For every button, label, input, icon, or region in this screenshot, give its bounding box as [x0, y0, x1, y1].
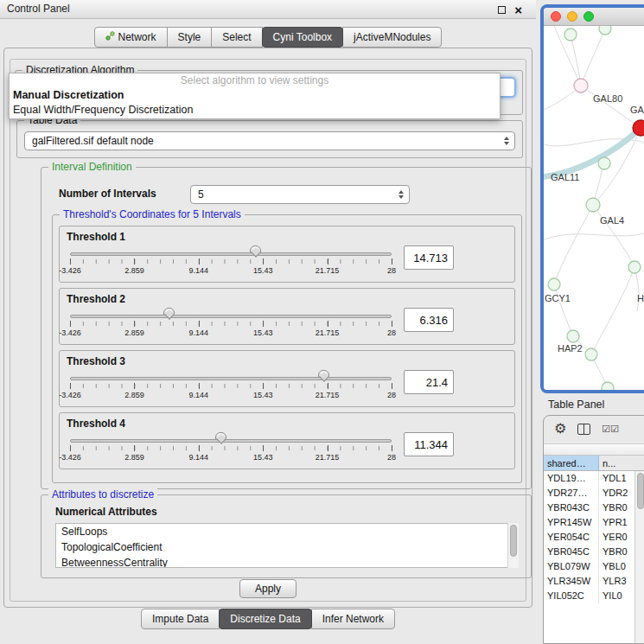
tab-label: jActiveMNodules — [354, 31, 430, 43]
table-cell[interactable]: YBR043C — [544, 501, 599, 515]
network-graph: GAL80 GA GAL11 GAL4 GCY1 H HAP2 — [544, 26, 644, 390]
table-cell[interactable]: YDL19… — [544, 471, 599, 486]
float-window-icon[interactable] — [498, 6, 506, 14]
threshold-value-input[interactable] — [404, 308, 454, 332]
table-cell[interactable]: YLR345W — [544, 574, 599, 589]
table-row[interactable]: YER054CYER0 — [544, 530, 644, 545]
table-body: YDL19…YDL1YDR27…YDR2YBR043CYBR0YPR145WYP… — [544, 471, 644, 603]
threshold-slider[interactable]: -3.4262.8599.14415.4321.71528 — [70, 369, 392, 402]
major-tick — [70, 258, 71, 265]
tab-select[interactable]: Select — [211, 27, 262, 48]
threshold-2-box: Threshold 2 -3.4262.8599.14415.4321.7152… — [59, 288, 515, 345]
numerical-attributes-list[interactable]: SelfLoopsTopologicalCoefficientBetweenne… — [55, 523, 519, 568]
threshold-value-input[interactable] — [404, 370, 454, 394]
network-node-hap2[interactable] — [567, 330, 579, 342]
tick-label: 28 — [387, 266, 396, 275]
table-data-combobox[interactable]: galFiltered.sif default node — [24, 131, 515, 150]
table-cell[interactable]: YPR145W — [544, 515, 599, 530]
scrollbar-thumb[interactable] — [510, 525, 517, 557]
threshold-value-input[interactable] — [404, 432, 454, 456]
list-scrollbar[interactable] — [507, 523, 519, 568]
table-row[interactable]: YPR145WYPR1 — [544, 515, 644, 530]
tab-impute-data[interactable]: Impute Data — [141, 609, 220, 629]
table-cell[interactable]: YBR045C — [544, 545, 599, 559]
network-node[interactable] — [599, 26, 611, 35]
network-node[interactable] — [564, 29, 577, 41]
slider-ruler — [70, 322, 392, 326]
select-columns-icon[interactable]: ☑☑ — [602, 424, 619, 435]
table-row[interactable]: YBL079WYBL0 — [544, 559, 644, 574]
apply-button[interactable]: Apply — [239, 579, 296, 598]
network-window-titlebar — [544, 8, 644, 26]
tab-discretize-data[interactable]: Discretize Data — [219, 609, 311, 629]
slider-track[interactable] — [70, 377, 392, 380]
dropdown-option-manual[interactable]: Manual Discretization — [10, 88, 500, 103]
zoom-traffic-light[interactable] — [583, 11, 594, 22]
columns-icon[interactable] — [577, 424, 590, 435]
slider-thumb[interactable] — [250, 245, 261, 253]
scrollbar-thumb[interactable] — [637, 473, 644, 509]
tick-label: 28 — [387, 391, 396, 399]
threshold-slider[interactable]: -3.4262.8599.14415.4321.71528 — [70, 307, 392, 340]
table-scrollbar[interactable] — [634, 471, 644, 643]
slider-track[interactable] — [70, 252, 392, 256]
major-tick — [328, 383, 328, 389]
table-cell[interactable]: YBL079W — [544, 559, 599, 574]
attribute-item[interactable]: SelfLoops — [56, 524, 518, 539]
tab-jactivemnodules[interactable]: jActiveMNodules — [342, 27, 442, 48]
tab-cyni-toolbox[interactable]: Cyni Toolbox — [262, 27, 343, 48]
network-canvas[interactable]: GAL80 GA GAL11 GAL4 GCY1 H HAP2 — [544, 26, 644, 390]
dropdown-option-equal-width[interactable]: Equal Width/Frequency Discretization — [10, 103, 500, 118]
table-row[interactable]: YDR27…YDR2 — [544, 486, 644, 501]
network-node-gal80[interactable] — [574, 79, 588, 92]
tab-style[interactable]: Style — [167, 27, 213, 48]
slider-thumb[interactable] — [163, 308, 175, 316]
column-header-name[interactable]: n... — [599, 456, 644, 470]
tab-network[interactable]: Network — [94, 27, 168, 48]
slider-track[interactable] — [70, 439, 392, 443]
threshold-slider[interactable]: -3.4262.8599.14415.4321.71528 — [70, 245, 392, 277]
slider-thumb[interactable] — [318, 370, 329, 378]
table-row[interactable]: YBR045CYBR0 — [544, 545, 644, 559]
threshold-slider[interactable]: -3.4262.8599.14415.4321.71528 — [70, 431, 392, 464]
tick-label: -3.426 — [59, 453, 81, 462]
table-cell[interactable]: YIL052C — [544, 589, 599, 603]
slider-ruler — [70, 259, 392, 264]
table-row[interactable]: YIL052CYIL0 — [544, 589, 644, 603]
major-tick — [134, 258, 135, 265]
gear-icon[interactable]: ⚙ — [554, 422, 566, 436]
tick-label: -3.426 — [59, 266, 81, 275]
table-cell[interactable]: YER054C — [544, 530, 599, 545]
network-node[interactable] — [628, 261, 641, 273]
control-panel-title: Control Panel — [7, 3, 70, 15]
minimize-traffic-light[interactable] — [567, 11, 577, 22]
network-node-selected-red[interactable] — [633, 120, 644, 136]
threshold-value-input[interactable] — [404, 245, 454, 270]
network-node-gal4[interactable] — [586, 198, 600, 212]
number-of-intervals-combobox[interactable]: 5 — [190, 185, 410, 204]
close-traffic-light[interactable] — [551, 11, 561, 22]
table-row[interactable]: YBR043CYBR0 — [544, 501, 644, 515]
node-label: GAL11 — [551, 172, 579, 182]
major-tick — [199, 258, 200, 265]
network-node[interactable] — [602, 382, 614, 390]
slider-track[interactable] — [70, 315, 392, 318]
tick-label: 15.43 — [253, 328, 273, 337]
attribute-item[interactable]: BetweennessCentrality — [56, 555, 518, 568]
network-node[interactable] — [585, 348, 597, 360]
table-row[interactable]: YDL19…YDL1 — [544, 471, 644, 486]
major-tick — [199, 445, 200, 451]
algorithm-dropdown-popup: Select algorithm to view settings Manual… — [9, 73, 501, 119]
table-cell[interactable]: YDR27… — [544, 486, 599, 501]
tab-infer-network[interactable]: Infer Network — [311, 609, 395, 629]
dropdown-placeholder: Select algorithm to view settings — [10, 73, 500, 88]
table-row[interactable]: YLR345WYLR3 — [544, 574, 644, 589]
column-header-shared-name[interactable]: shared… — [544, 456, 599, 470]
network-node-gal11[interactable] — [598, 157, 610, 169]
group-label: Interval Definition — [48, 161, 136, 173]
network-node-gcy1[interactable] — [548, 278, 560, 290]
close-icon[interactable]: × — [514, 3, 522, 16]
table-header: shared… n... — [544, 456, 644, 471]
attribute-item[interactable]: TopologicalCoefficient — [56, 539, 518, 555]
slider-thumb[interactable] — [215, 432, 226, 440]
